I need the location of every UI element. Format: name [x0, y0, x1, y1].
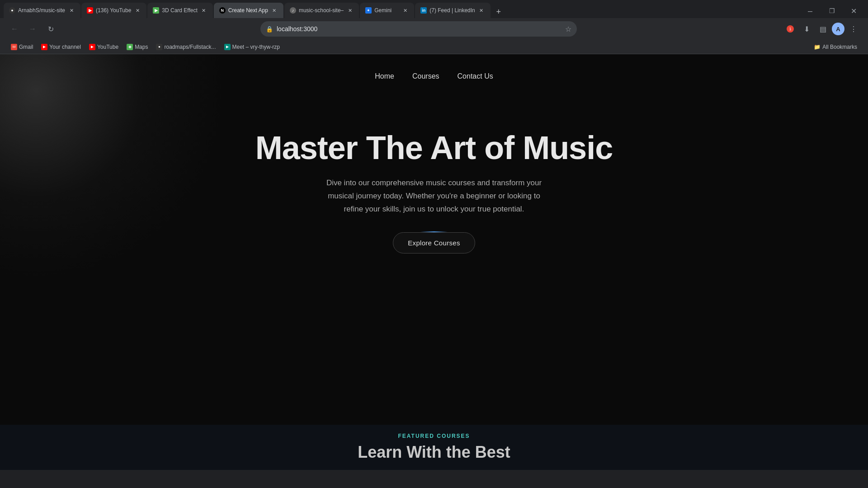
bookmark-favicon: ▶: [89, 44, 95, 50]
extension-badge: 1: [787, 25, 794, 33]
tab-title: 3D Card Effect: [162, 7, 197, 14]
site-nav: Home Courses Contact Us: [0, 54, 868, 94]
explore-courses-button[interactable]: Explore Courses: [393, 232, 475, 253]
toolbar-right: 1 ⬇ ▤ A ⋮: [783, 22, 861, 36]
tab-favicon: ▶: [153, 7, 159, 14]
lock-icon: 🔒: [266, 26, 273, 33]
browser-tab-tab-gemini[interactable]: ✦ Gemini ✕: [360, 3, 414, 18]
browser-tab-tab-music[interactable]: ♪ music-school-site– ✕: [284, 3, 359, 18]
tabs-bar: ● ArnabhS/music-site ✕ ▶ (136) YouTube ✕…: [0, 0, 868, 18]
tab-close-button[interactable]: ✕: [346, 7, 354, 14]
profile-button[interactable]: A: [832, 23, 844, 35]
url-display: localhost:3000: [277, 25, 561, 33]
tab-close-button[interactable]: ✕: [478, 7, 485, 14]
tab-close-button[interactable]: ✕: [200, 7, 208, 14]
bookmark-label: Maps: [135, 44, 148, 50]
bookmark-item[interactable]: ▶ Meet – vry-thyw-rzp: [221, 42, 283, 52]
bookmark-label: YouTube: [97, 44, 118, 50]
hero-title: Master The Art of Music: [255, 130, 613, 166]
tab-close-button[interactable]: ✕: [68, 7, 75, 14]
tab-title: (136) YouTube: [96, 7, 131, 14]
menu-button[interactable]: ⋮: [846, 22, 861, 36]
bookmark-item[interactable]: ◉ Maps: [123, 42, 151, 52]
back-button[interactable]: ←: [7, 22, 22, 36]
extensions-button[interactable]: 1: [783, 22, 797, 36]
browser-tab-tab-3d[interactable]: ▶ 3D Card Effect ✕: [147, 3, 212, 18]
website-content: Home Courses Contact Us Master The Art o…: [0, 54, 868, 470]
featured-title: Learn With the Best: [358, 443, 510, 462]
sidebar-button[interactable]: ▤: [816, 22, 830, 36]
all-bookmarks-button[interactable]: 📁 All Bookmarks: [810, 42, 861, 52]
nav-home[interactable]: Home: [375, 72, 394, 80]
forward-button[interactable]: →: [25, 22, 40, 36]
tab-title: Create Next App: [228, 7, 268, 14]
tab-favicon: ●: [9, 7, 15, 14]
tab-close-button[interactable]: ✕: [134, 7, 141, 14]
bookmarks-right: 📁 All Bookmarks: [810, 42, 861, 52]
featured-label: FEATURED COURSES: [398, 433, 470, 439]
tab-favicon: ▶: [87, 7, 93, 14]
nav-courses[interactable]: Courses: [412, 72, 439, 80]
reload-button[interactable]: ↻: [43, 22, 58, 36]
bookmarks-folder-icon: 📁: [814, 44, 821, 50]
site-background: Home Courses Contact Us Master The Art o…: [0, 54, 868, 470]
tab-favicon: ♪: [290, 7, 296, 14]
bookmark-favicon: M: [11, 44, 17, 50]
browser-tab-tab-linkedin[interactable]: in (7) Feed | LinkedIn ✕: [415, 3, 491, 18]
download-button[interactable]: ⬇: [799, 22, 814, 36]
bookmark-label: roadmaps/Fullstack...: [164, 44, 216, 50]
bookmark-favicon: ◉: [127, 44, 133, 50]
hero-subtitle: Dive into our comprehensive music course…: [326, 177, 542, 216]
hero-section: Master The Art of Music Dive into our co…: [0, 94, 868, 272]
bookmark-label: Meet – vry-thyw-rzp: [232, 44, 280, 50]
maximize-button[interactable]: ❐: [825, 4, 839, 18]
address-bar[interactable]: 🔒 localhost:3000 ☆: [260, 21, 577, 37]
minimize-button[interactable]: –: [803, 4, 817, 18]
nav-contact[interactable]: Contact Us: [458, 72, 493, 80]
bookmark-star-icon[interactable]: ☆: [565, 25, 571, 33]
bookmark-item[interactable]: ▶ YouTube: [85, 42, 122, 52]
bookmark-label: Your channel: [49, 44, 81, 50]
omnibox-bar: ← → ↻ 🔒 localhost:3000 ☆ 1 ⬇ ▤ A ⋮: [0, 18, 868, 40]
all-bookmarks-label: All Bookmarks: [822, 44, 857, 50]
tab-title: ArnabhS/music-site: [18, 7, 65, 14]
bookmark-label: Gmail: [19, 44, 33, 50]
bookmark-favicon: ▶: [41, 44, 47, 50]
tab-favicon: N: [219, 7, 226, 14]
tab-title: (7) Feed | LinkedIn: [429, 7, 475, 14]
tab-close-button[interactable]: ✕: [401, 7, 409, 14]
browser-tab-tab-youtube[interactable]: ▶ (136) YouTube ✕: [81, 3, 146, 18]
tab-favicon: ✦: [365, 7, 372, 14]
bookmark-favicon: ▶: [224, 44, 231, 50]
tab-title: Gemini: [374, 7, 399, 14]
new-tab-button[interactable]: +: [492, 5, 505, 18]
bookmark-item[interactable]: ▶ Your channel: [38, 42, 85, 52]
bookmark-item[interactable]: M Gmail: [7, 42, 37, 52]
close-window-button[interactable]: ✕: [846, 4, 861, 18]
featured-section: FEATURED COURSES Learn With the Best: [0, 425, 868, 470]
tab-title: music-school-site–: [299, 7, 344, 14]
browser-chrome: ● ArnabhS/music-site ✕ ▶ (136) YouTube ✕…: [0, 0, 868, 54]
tab-favicon: in: [420, 7, 427, 14]
browser-tab-tab-next[interactable]: N Create Next App ✕: [214, 3, 283, 18]
browser-tab-tab-github[interactable]: ● ArnabhS/music-site ✕: [4, 3, 80, 18]
tab-close-button[interactable]: ✕: [271, 7, 278, 14]
bookmark-item[interactable]: ● roadmaps/Fullstack...: [152, 42, 219, 52]
bookmark-favicon: ●: [156, 44, 162, 50]
bookmarks-bar: M Gmail ▶ Your channel ▶ YouTube ◉ Maps …: [0, 40, 868, 54]
